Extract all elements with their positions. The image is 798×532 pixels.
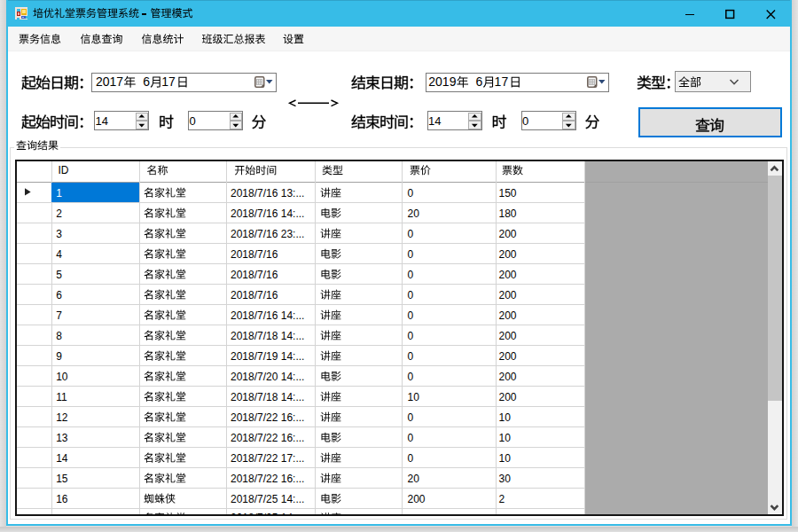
svg-text:1: 1 [56, 187, 62, 200]
svg-text:200: 200 [499, 309, 517, 322]
svg-text:2018/7/16 14:...: 2018/7/16 14:... [231, 207, 304, 220]
svg-text:2018/7/22 16:...: 2018/7/22 16:... [231, 432, 304, 444]
svg-text:16: 16 [56, 493, 68, 505]
svg-text:10: 10 [408, 391, 420, 403]
svg-text:8: 8 [56, 330, 62, 342]
svg-text:2018/7/22 17:...: 2018/7/22 17:... [231, 452, 304, 465]
svg-text:200: 200 [499, 371, 517, 383]
svg-text:2018/7/16 14:...: 2018/7/16 14:... [231, 309, 304, 322]
svg-text:2018/7/16: 2018/7/16 [231, 289, 278, 301]
svg-text:13: 13 [56, 432, 68, 444]
svg-text:200: 200 [499, 391, 517, 403]
svg-text:0: 0 [408, 411, 414, 424]
svg-text:0: 0 [190, 114, 196, 128]
svg-text:20: 20 [408, 207, 420, 220]
svg-text:2018/7/18 14:...: 2018/7/18 14:... [231, 391, 304, 403]
svg-text:15: 15 [56, 473, 68, 485]
svg-text:2018/7/19 14:...: 2018/7/19 14:... [231, 350, 304, 363]
svg-text:150: 150 [499, 187, 517, 200]
svg-text:0: 0 [408, 350, 414, 363]
svg-text:14: 14 [56, 452, 68, 465]
svg-text:0: 0 [408, 432, 414, 444]
svg-text:200: 200 [499, 350, 517, 363]
svg-text:2017: 2017 [96, 74, 123, 89]
svg-text:0: 0 [408, 248, 414, 261]
svg-text:0: 0 [408, 269, 414, 281]
svg-text:3: 3 [56, 228, 62, 240]
svg-text:10: 10 [499, 411, 512, 424]
svg-text:2018/7/16 23:...: 2018/7/16 23:... [231, 228, 304, 240]
svg-text:10: 10 [56, 371, 68, 383]
svg-text:0: 0 [408, 330, 414, 342]
svg-text:0: 0 [408, 309, 414, 322]
svg-text:7: 7 [56, 309, 62, 322]
svg-text:14: 14 [428, 114, 441, 128]
svg-text:2018/7/16 13:...: 2018/7/16 13:... [231, 187, 304, 200]
svg-text:200: 200 [499, 228, 517, 240]
svg-text:0: 0 [408, 371, 414, 383]
svg-text:200: 200 [499, 269, 517, 281]
svg-text:200: 200 [499, 289, 517, 301]
svg-text:2018/7/16: 2018/7/16 [231, 269, 278, 281]
svg-text:2018/7/22 16:...: 2018/7/22 16:... [231, 411, 304, 424]
svg-text:17: 17 [495, 74, 509, 89]
svg-text:10: 10 [499, 432, 512, 444]
svg-text:ID: ID [59, 164, 69, 176]
svg-text:0: 0 [408, 187, 414, 200]
svg-text:6: 6 [56, 289, 62, 301]
svg-text:9: 9 [56, 350, 62, 363]
svg-text:12: 12 [56, 411, 68, 424]
svg-text:2: 2 [56, 207, 62, 220]
svg-text:20: 20 [408, 473, 420, 485]
svg-text:30: 30 [499, 473, 512, 485]
svg-text:14: 14 [96, 114, 108, 128]
svg-text:180: 180 [499, 207, 517, 220]
svg-text:200: 200 [499, 248, 517, 261]
svg-text:6: 6 [476, 74, 483, 89]
svg-text:0: 0 [522, 114, 528, 128]
svg-text:11: 11 [56, 391, 67, 403]
svg-text:17: 17 [161, 74, 176, 89]
svg-text:10: 10 [499, 452, 512, 465]
svg-text:2018/7/25 14:...: 2018/7/25 14:... [231, 493, 304, 505]
svg-text:2018/7/16: 2018/7/16 [231, 248, 278, 261]
svg-text:0: 0 [408, 452, 414, 465]
svg-text:2018/7/20 14:...: 2018/7/20 14:... [231, 371, 304, 383]
svg-text:200: 200 [499, 330, 517, 342]
svg-text:5: 5 [56, 269, 62, 281]
svg-text:4: 4 [56, 248, 62, 261]
svg-text:0: 0 [408, 228, 414, 240]
svg-text:0: 0 [408, 289, 414, 301]
svg-text:200: 200 [408, 493, 426, 505]
svg-text:2018/7/18 14:...: 2018/7/18 14:... [231, 330, 304, 342]
svg-text:2019: 2019 [428, 74, 456, 89]
svg-text:6: 6 [143, 74, 150, 89]
svg-text:2: 2 [499, 493, 505, 505]
svg-text:2018/7/22 16:...: 2018/7/22 16:... [231, 473, 304, 485]
